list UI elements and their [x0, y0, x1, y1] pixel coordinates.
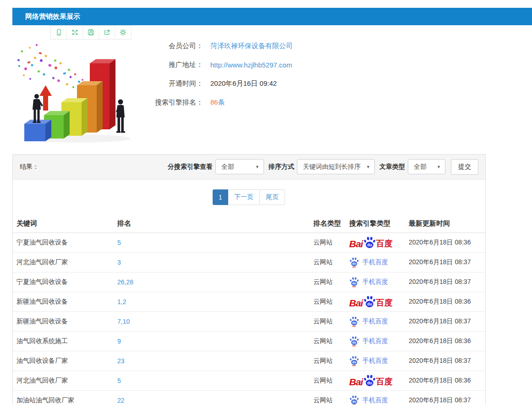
last-page-button[interactable]: 尾页: [259, 189, 285, 205]
updated-cell: 2020年6月18日 08:36: [405, 331, 485, 351]
rank-link[interactable]: 7,10: [117, 318, 130, 325]
baidu-mobile-logo: du 手机百度: [349, 277, 388, 287]
mobile-baidu-paw-icon: du: [349, 356, 359, 366]
engine-rank-count: 86条: [210, 98, 225, 107]
results-table-body: 宁夏油气回收设备 5 云网站 Bai du 百度 2: [13, 233, 485, 405]
keyword-cell: 新疆油气回收设备: [13, 311, 114, 331]
updated-header: 最新更新时间: [405, 215, 485, 233]
mobile-baidu-paw-icon: du: [349, 277, 359, 287]
open-time-value: 2020年6月16日 09:42: [210, 79, 277, 88]
rank-cell: 9: [114, 331, 310, 351]
svg-text:du: du: [352, 361, 356, 364]
rank-link[interactable]: 3: [117, 259, 121, 266]
table-header-row: 关键词 排名 排名类型 搜索引擎类型 最新更新时间: [13, 215, 485, 233]
rank-count-suffix: 条: [218, 98, 225, 106]
keyword-cell: 宁夏油气回收设备: [13, 233, 114, 252]
page-title: 网络营销效果展示: [12, 8, 532, 25]
keyword-header: 关键词: [13, 215, 114, 233]
engine-type-header: 搜索引擎类型: [346, 215, 405, 233]
submit-button[interactable]: 提交: [451, 159, 478, 175]
rank-link[interactable]: 22: [117, 397, 125, 404]
next-page-button[interactable]: 下一页: [228, 189, 260, 205]
rank-type-cell: 云网站: [310, 311, 346, 331]
keyword-cell: 油气回收系统施工: [13, 331, 114, 351]
table-row: 宁夏油气回收设备 5 云网站 Bai du 百度 2: [13, 233, 485, 252]
sort-filter-select[interactable]: 关键词由短到长排序 ▼: [297, 159, 375, 174]
engine-filter-select[interactable]: 全部 ▼: [215, 159, 264, 174]
rank-type-cell: 云网站: [310, 252, 346, 272]
table-row: 新疆油气回收设备 7,10 云网站 du 手机百度: [13, 311, 485, 331]
rank-link[interactable]: 5: [117, 239, 121, 246]
rank-link[interactable]: 1,2: [117, 298, 126, 305]
baidu-mobile-logo: du 手机百度: [349, 395, 388, 405]
rank-cell: 5: [114, 233, 310, 252]
rank-link[interactable]: 9: [117, 338, 121, 345]
rank-link[interactable]: 26,28: [117, 278, 133, 286]
rank-type-cell: 云网站: [310, 331, 346, 351]
keyword-cell: 油气回收设备厂家: [13, 351, 114, 371]
table-row: 油气回收设备厂家 23 云网站 du 手机百度: [13, 351, 485, 371]
filter-group: 分搜索引擎查看 全部 ▼ 排序方式 关键词由短到长排序 ▼ 文章类型 全部 ▼ …: [163, 159, 478, 175]
rank-cell: 26,28: [114, 272, 310, 292]
updated-cell: 2020年6月18日 08:36: [405, 371, 485, 390]
person-right: [116, 100, 125, 133]
engine-cell: du 手机百度: [346, 390, 405, 405]
page-1-button[interactable]: 1: [213, 189, 228, 205]
article-filter-label: 文章类型: [379, 163, 405, 171]
rank-type-cell: 云网站: [310, 233, 346, 252]
person-left: [33, 94, 43, 123]
rank-header: 排名: [114, 215, 310, 233]
promo-url-link[interactable]: http://www.hzjlhb5297.com: [210, 61, 292, 69]
article-filter-value: 全部: [414, 163, 427, 171]
keyword-cell: 河北油气回收厂家: [13, 371, 114, 390]
updated-cell: 2020年6月18日 08:37: [405, 390, 485, 405]
baidu-pc-logo: Bai du 百度: [349, 237, 393, 249]
svg-text:du: du: [352, 262, 356, 265]
open-time-row: 开通时间： 2020年6月16日 09:42: [149, 74, 293, 93]
member-company-link[interactable]: 菏泽玖禄环保设备有限公司: [210, 42, 293, 50]
sort-filter-label: 排序方式: [269, 163, 294, 171]
engine-cell: du 手机百度: [346, 331, 405, 351]
rank-link[interactable]: 5: [117, 377, 121, 384]
table-row: 宁夏油气回收设备 26,28 云网站 du 手机百度: [13, 272, 485, 292]
baidu-paw-icon: du: [363, 237, 376, 249]
table-row: 加油站油气回收厂家 22 云网站 du 手机百度: [13, 390, 485, 405]
member-info: 会员公司： 菏泽玖禄环保设备有限公司 推广地址： http://www.hzjl…: [149, 37, 293, 112]
rank-link[interactable]: 23: [117, 357, 125, 365]
table-row: 河北油气回收厂家 5 云网站 Bai du 百度 2: [13, 371, 485, 390]
baidu-mobile-logo: du 手机百度: [349, 336, 388, 346]
chevron-down-icon: ▼: [433, 165, 441, 169]
engine-cell: Bai du 百度: [346, 292, 405, 311]
mobile-baidu-paw-icon: du: [349, 316, 359, 327]
updated-cell: 2020年6月18日 08:37: [405, 272, 485, 292]
rank-count-number: 86: [210, 98, 218, 106]
svg-text:du: du: [367, 242, 372, 247]
updated-cell: 2020年6月18日 08:37: [405, 311, 485, 331]
chevron-down-icon: ▼: [362, 165, 370, 169]
pagination: 1 下一页 尾页: [13, 189, 485, 205]
baidu-pc-logo: Bai du 百度: [349, 375, 393, 387]
updated-cell: 2020年6月18日 08:37: [405, 351, 485, 371]
baidu-paw-icon: du: [363, 375, 376, 387]
rank-type-cell: 云网站: [310, 351, 346, 371]
baidu-mobile-logo: du 手机百度: [349, 356, 388, 366]
article-filter-select[interactable]: 全部 ▼: [408, 159, 445, 174]
engine-cell: du 手机百度: [346, 272, 405, 292]
keyword-cell: 新疆油气回收设备: [13, 292, 114, 311]
open-time-label: 开通时间：: [149, 79, 203, 88]
results-label: 结果：: [20, 163, 39, 171]
engine-cell: du 手机百度: [346, 351, 405, 371]
rank-type-cell: 云网站: [310, 272, 346, 292]
results-table: 关键词 排名 排名类型 搜索引擎类型 最新更新时间 宁夏油气回收设备 5 云网站…: [13, 215, 485, 405]
bar-blue: [24, 120, 51, 141]
rank-cell: 22: [114, 390, 310, 405]
baidu-pc-logo: Bai du 百度: [349, 296, 393, 308]
rank-cell: 7,10: [114, 311, 310, 331]
svg-text:du: du: [352, 321, 356, 324]
page-header: 网络营销效果展示: [12, 8, 532, 25]
mobile-baidu-paw-icon: du: [349, 336, 359, 346]
engine-cell: Bai du 百度: [346, 233, 405, 252]
svg-text:du: du: [352, 341, 356, 344]
keyword-cell: 加油站油气回收厂家: [13, 390, 114, 405]
svg-text:du: du: [352, 400, 356, 403]
